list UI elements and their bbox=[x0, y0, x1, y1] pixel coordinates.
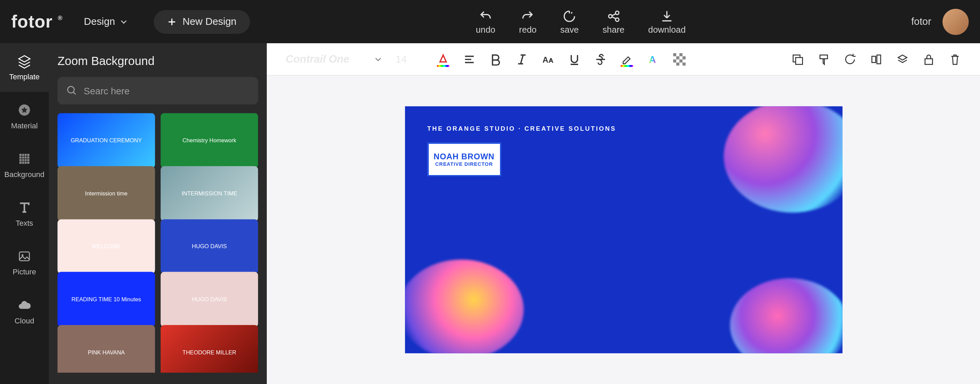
design-label: Design bbox=[84, 16, 115, 27]
canvas-stage[interactable]: THE ORANGE STUDIO · CREATIVE SOLUTIONS N… bbox=[267, 76, 980, 384]
bold-button[interactable] bbox=[489, 53, 502, 65]
svg-rect-13 bbox=[676, 56, 679, 59]
gradient-text-button[interactable]: A bbox=[647, 53, 659, 65]
artboard[interactable]: THE ORANGE STUDIO · CREATIVE SOLUTIONS N… bbox=[404, 106, 842, 353]
svg-rect-16 bbox=[679, 59, 682, 62]
logo[interactable]: fotor® bbox=[11, 11, 63, 32]
rotate-button[interactable] bbox=[844, 53, 856, 65]
trash-icon bbox=[949, 53, 961, 65]
plus-icon bbox=[167, 18, 176, 26]
italic-icon bbox=[515, 53, 528, 65]
strike-icon bbox=[594, 53, 607, 65]
design-dropdown[interactable]: Design bbox=[84, 16, 127, 27]
cloud-icon bbox=[17, 298, 32, 312]
template-panel: Zoom Background Searc here GRADUATION CE… bbox=[49, 43, 267, 384]
template-thumb[interactable]: WELCOME bbox=[57, 219, 155, 274]
template-thumb[interactable]: INTERMISSION TIME bbox=[161, 166, 258, 221]
undo-button[interactable]: undo bbox=[476, 9, 495, 34]
text-icon bbox=[17, 200, 32, 215]
rail-template[interactable]: Template bbox=[0, 43, 49, 92]
chevron-down-icon bbox=[374, 56, 382, 63]
new-design-label: New Design bbox=[182, 16, 236, 27]
font-selector[interactable]: Contrail One bbox=[285, 53, 382, 65]
opacity-button[interactable] bbox=[673, 53, 686, 65]
avatar[interactable] bbox=[943, 8, 969, 35]
rail-material[interactable]: Material bbox=[0, 92, 49, 140]
redo-button[interactable]: redo bbox=[519, 9, 536, 34]
delete-button[interactable] bbox=[949, 53, 961, 65]
text-color-button[interactable] bbox=[437, 53, 450, 65]
duplicate-button[interactable] bbox=[791, 53, 804, 65]
download-icon bbox=[660, 9, 674, 23]
template-thumb[interactable]: THEODORE MILLER bbox=[161, 325, 258, 373]
tagline-text[interactable]: THE ORANGE STUDIO · CREATIVE SOLUTIONS bbox=[427, 125, 616, 132]
blob-shape bbox=[404, 260, 523, 353]
italic-button[interactable] bbox=[515, 53, 528, 65]
role-text: CREATIVE DIRECTOR bbox=[435, 161, 493, 167]
template-thumb[interactable]: PINK HAVANA bbox=[57, 325, 155, 373]
search-input[interactable]: Searc here bbox=[57, 77, 258, 105]
lock-button[interactable] bbox=[923, 53, 935, 65]
canvas-area: Contrail One 14 Aᴀ A bbox=[267, 43, 980, 384]
svg-point-1 bbox=[615, 11, 619, 14]
case-icon: Aᴀ bbox=[542, 53, 554, 65]
name-card[interactable]: NOAH BROWN CREATIVE DIRECTOR bbox=[427, 143, 501, 176]
bold-icon bbox=[489, 53, 502, 65]
layer-order-button[interactable] bbox=[896, 53, 909, 65]
svg-rect-14 bbox=[682, 56, 685, 59]
svg-point-7 bbox=[68, 86, 74, 93]
strikethrough-button[interactable] bbox=[594, 53, 607, 65]
underline-button[interactable] bbox=[568, 53, 581, 65]
template-thumb[interactable]: Intermission time bbox=[57, 166, 155, 221]
highlight-button[interactable] bbox=[620, 53, 633, 65]
text-toolbar: Contrail One 14 Aᴀ A bbox=[267, 43, 980, 76]
align-icon bbox=[463, 53, 476, 65]
texture-icon bbox=[17, 151, 32, 166]
rail-cloud[interactable]: Cloud bbox=[0, 287, 49, 336]
highlight-icon bbox=[620, 53, 633, 65]
redo-icon bbox=[521, 9, 535, 23]
undo-icon bbox=[479, 9, 492, 23]
template-thumb[interactable]: HUGO DAVIS bbox=[161, 272, 258, 327]
format-painter-button[interactable] bbox=[817, 53, 830, 65]
share-button[interactable]: share bbox=[603, 9, 624, 34]
star-icon bbox=[17, 102, 32, 118]
download-button[interactable]: download bbox=[648, 9, 686, 34]
align-button[interactable] bbox=[463, 53, 476, 65]
template-thumb[interactable]: READING TIME 10 Minutes bbox=[57, 272, 155, 327]
svg-rect-23 bbox=[925, 59, 932, 64]
template-thumb[interactable]: HUGO DAVIS bbox=[161, 219, 258, 274]
search-placeholder: Searc here bbox=[84, 86, 130, 96]
svg-point-0 bbox=[608, 14, 612, 18]
rail-texts[interactable]: Texts bbox=[0, 190, 49, 238]
align-obj-icon bbox=[870, 53, 883, 65]
new-design-button[interactable]: New Design bbox=[154, 10, 250, 33]
underline-icon bbox=[568, 53, 581, 65]
checker-icon bbox=[673, 53, 686, 65]
gradient-text-icon: A bbox=[647, 53, 659, 65]
image-icon bbox=[17, 249, 32, 264]
svg-rect-22 bbox=[877, 55, 881, 64]
text-color-icon bbox=[437, 53, 450, 65]
chevron-down-icon bbox=[120, 18, 127, 25]
rail-background[interactable]: Background bbox=[0, 140, 49, 189]
blob-shape bbox=[730, 278, 842, 353]
rotate-icon bbox=[844, 53, 856, 65]
blob-shape bbox=[724, 106, 842, 212]
search-icon bbox=[66, 85, 78, 96]
case-button[interactable]: Aᴀ bbox=[542, 53, 554, 65]
layers-icon bbox=[17, 54, 32, 69]
name-text: NOAH BROWN bbox=[434, 152, 495, 161]
svg-rect-18 bbox=[682, 62, 685, 65]
template-thumb[interactable]: Chemistry Homework bbox=[161, 113, 258, 168]
svg-rect-11 bbox=[673, 53, 676, 56]
rail-picture[interactable]: Picture bbox=[0, 238, 49, 287]
font-size-selector[interactable]: 14 bbox=[396, 53, 423, 65]
template-thumb[interactable]: GRADUATION CEREMONY bbox=[57, 113, 155, 168]
svg-rect-15 bbox=[673, 59, 676, 62]
align-objects-button[interactable] bbox=[870, 53, 883, 65]
save-button[interactable]: save bbox=[560, 9, 579, 34]
account-name[interactable]: fotor bbox=[911, 16, 931, 27]
top-header: fotor® Design New Design undo redo save bbox=[0, 0, 980, 43]
lock-icon bbox=[923, 53, 935, 65]
